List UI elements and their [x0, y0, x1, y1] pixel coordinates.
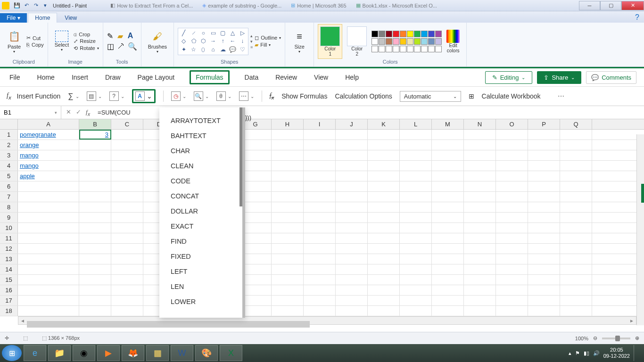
qat-save-icon[interactable]: 💾 [13, 2, 21, 9]
cell[interactable] [496, 275, 528, 285]
cell[interactable] [336, 233, 368, 243]
cell[interactable] [272, 296, 304, 305]
menu-item-left[interactable]: LEFT [159, 264, 242, 279]
color-swatch[interactable] [379, 38, 385, 45]
cell[interactable] [496, 213, 528, 222]
cell[interactable] [111, 306, 143, 316]
color-swatch[interactable] [428, 38, 435, 45]
cell[interactable] [368, 306, 400, 316]
menu-item-lower[interactable]: LOWER [159, 294, 242, 309]
cell[interactable] [432, 202, 464, 212]
cell[interactable] [464, 140, 496, 150]
cell[interactable] [528, 306, 560, 316]
cell[interactable] [79, 306, 111, 316]
cell[interactable] [336, 192, 368, 202]
cell[interactable]: apple [18, 171, 79, 181]
cell[interactable] [496, 150, 528, 160]
vertical-scrollbar[interactable] [636, 134, 644, 325]
row-header[interactable]: 18 [0, 306, 18, 316]
cell[interactable] [528, 202, 560, 212]
paint-file-menu[interactable]: File▾ [0, 13, 27, 23]
cell[interactable] [528, 254, 560, 264]
cell[interactable] [111, 140, 143, 150]
cell[interactable] [464, 171, 496, 181]
cell[interactable] [560, 130, 592, 140]
menu-review[interactable]: Review [273, 71, 299, 84]
cell[interactable] [496, 130, 528, 140]
col-header-B[interactable]: B [79, 119, 111, 129]
logical-dropdown[interactable]: ?⌄ [109, 91, 124, 101]
taskbar-paint[interactable]: 🎨 [195, 345, 218, 361]
cell[interactable] [368, 213, 400, 222]
cell[interactable] [432, 140, 464, 150]
cell[interactable] [464, 264, 496, 274]
color2-button[interactable]: Color 2 [344, 25, 370, 58]
cell[interactable] [560, 285, 592, 295]
cell[interactable] [18, 306, 79, 316]
cell[interactable] [111, 161, 143, 171]
cell[interactable] [111, 254, 143, 264]
math-dropdown[interactable]: θ⌄ [216, 91, 231, 101]
cell[interactable] [400, 161, 432, 171]
qat-customize-icon[interactable]: ▾ [41, 2, 49, 9]
row-header[interactable]: 9 [0, 213, 18, 222]
autosum-dropdown[interactable]: ∑⌄ [68, 92, 79, 100]
close-button[interactable]: ✕ [621, 1, 644, 10]
cell[interactable] [18, 213, 79, 222]
cell[interactable] [272, 213, 304, 222]
cell[interactable] [336, 296, 368, 305]
cell[interactable] [336, 275, 368, 285]
tray-volume-icon[interactable]: 🔊 [593, 350, 600, 356]
cell[interactable] [272, 306, 304, 316]
row-header[interactable]: 10 [0, 223, 18, 233]
cell[interactable] [111, 223, 143, 233]
cell[interactable] [79, 296, 111, 305]
cell[interactable] [528, 233, 560, 243]
cell[interactable] [432, 285, 464, 295]
cell[interactable] [400, 285, 432, 295]
cell[interactable] [560, 161, 592, 171]
cell[interactable] [400, 244, 432, 254]
cell[interactable] [304, 171, 336, 181]
cell[interactable] [528, 223, 560, 233]
menu-view[interactable]: View [312, 71, 330, 84]
fx-icon[interactable]: fx [86, 108, 90, 117]
cell[interactable] [304, 192, 336, 202]
cell[interactable] [528, 213, 560, 222]
cell[interactable] [464, 254, 496, 264]
cell[interactable] [368, 150, 400, 160]
cell[interactable] [432, 192, 464, 202]
cell[interactable] [18, 296, 79, 305]
cell[interactable] [18, 264, 79, 274]
cell[interactable] [400, 254, 432, 264]
cell[interactable] [528, 192, 560, 202]
cell[interactable] [560, 140, 592, 150]
cell[interactable] [304, 181, 336, 191]
cell[interactable] [464, 150, 496, 160]
select-button[interactable]: Select▾ [52, 30, 72, 53]
cell[interactable] [368, 244, 400, 254]
cell[interactable] [464, 181, 496, 191]
cell[interactable] [79, 181, 111, 191]
cell[interactable] [79, 233, 111, 243]
taskbar-excel[interactable]: X [220, 345, 242, 361]
col-header-Q[interactable]: Q [560, 119, 592, 129]
tray-network-icon[interactable]: ▮▯ [584, 350, 589, 356]
cell[interactable] [464, 296, 496, 305]
cell[interactable] [18, 202, 79, 212]
col-header-M[interactable]: M [432, 119, 464, 129]
col-header-I[interactable]: I [304, 119, 336, 129]
cell[interactable] [79, 223, 111, 233]
row-header[interactable]: 14 [0, 264, 18, 274]
taskbar-firefox[interactable]: 🦊 [122, 345, 144, 361]
row-header[interactable]: 7 [0, 192, 18, 202]
cell[interactable] [368, 233, 400, 243]
cell[interactable] [400, 192, 432, 202]
browser-tab[interactable]: ▦Book1.xlsx - Microsoft Excel O... [356, 2, 437, 8]
menu-item-fixed[interactable]: FIXED [159, 249, 242, 264]
cell[interactable] [432, 254, 464, 264]
cell[interactable] [400, 213, 432, 222]
maximize-button[interactable]: ▢ [600, 1, 621, 10]
cell[interactable] [496, 140, 528, 150]
cell[interactable] [336, 181, 368, 191]
